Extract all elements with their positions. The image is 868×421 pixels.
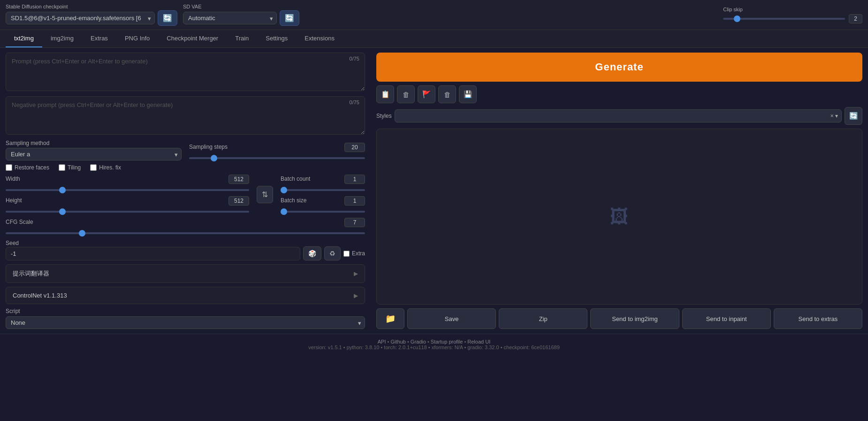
vae-group: SD VAE Automatic 🔄: [183, 4, 299, 26]
clip-skip-slider[interactable]: [723, 18, 845, 20]
vae-label: SD VAE: [183, 4, 299, 9]
styles-label: Styles: [376, 113, 392, 119]
controlnet-collapsible[interactable]: ControlNet v1.1.313 ▶: [6, 287, 365, 304]
top-bar: Stable Diffusion checkpoint SD1.5@6@v1-5…: [0, 0, 868, 30]
folder-icon: 📁: [385, 314, 396, 324]
swap-btn-col: ⇅: [257, 175, 273, 214]
positive-prompt-input[interactable]: [6, 53, 365, 91]
translator-label: 提示词翻译器: [13, 269, 49, 278]
seed-row: 🎲 ♻ Extra: [6, 246, 365, 260]
tab-settings[interactable]: Settings: [257, 30, 296, 47]
width-label: Width: [6, 176, 20, 182]
batch-count-slider[interactable]: [281, 189, 365, 191]
script-select[interactable]: None: [6, 316, 365, 329]
tab-pnginfo[interactable]: PNG Info: [116, 30, 158, 47]
batch-size-slider[interactable]: [281, 211, 365, 213]
send-to-extras-btn[interactable]: Send to extras: [774, 308, 862, 329]
clip-skip-value: 2: [849, 14, 862, 23]
checkpoint-refresh-btn[interactable]: 🔄: [158, 10, 177, 26]
styles-select[interactable]: [395, 109, 842, 122]
tab-extras[interactable]: Extras: [82, 30, 116, 47]
sampling-method-select[interactable]: Euler a: [6, 148, 182, 161]
image-area: 🖼: [376, 129, 862, 305]
height-value: 512: [228, 196, 249, 206]
save-style-btn[interactable]: 💾: [459, 85, 477, 103]
save-btn[interactable]: Save: [407, 308, 496, 329]
vae-refresh-btn[interactable]: 🔄: [280, 10, 299, 26]
vae-select-wrapper: Automatic: [183, 12, 277, 24]
clip-skip-section: Clip skip 2: [723, 7, 862, 23]
wh-sliders: Width 512 Height 512: [6, 175, 249, 214]
send-to-inpaint-btn[interactable]: Send to inpaint: [682, 308, 771, 329]
vae-select[interactable]: Automatic: [183, 12, 277, 24]
batch-count-group: Batch count 1: [281, 175, 365, 192]
batch-section: Batch count 1 Batch size 1: [281, 175, 365, 214]
zip-btn[interactable]: Zip: [499, 308, 587, 329]
styles-refresh-btn[interactable]: 🔄: [845, 107, 862, 125]
tab-train[interactable]: Train: [227, 30, 257, 47]
width-slider[interactable]: [6, 189, 249, 191]
batch-count-label: Batch count: [281, 176, 310, 182]
script-select-wrapper: None: [6, 316, 365, 329]
cfg-label: CFG Scale: [6, 219, 33, 225]
negative-prompt-counter: 0/75: [348, 99, 361, 106]
checkpoint-group: Stable Diffusion checkpoint SD1.5@6@v1-5…: [6, 4, 177, 26]
footer-version-info: version: v1.5.1 • python: 3.8.10 • torch…: [5, 344, 863, 350]
translator-collapsible[interactable]: 提示词翻译器 ▶: [6, 264, 365, 283]
clip-skip-row: 2: [723, 14, 862, 23]
footer: API • Github • Gradio • Startup profile …: [0, 334, 868, 355]
seed-recycle-btn[interactable]: ♻: [324, 246, 341, 260]
sampling-row: Sampling method Euler a Sampling steps 2…: [6, 140, 365, 161]
generate-button[interactable]: Generate: [376, 53, 862, 82]
footer-gradio-link[interactable]: Gradio: [411, 339, 426, 344]
checkpoint-select[interactable]: SD1.5@6@v1-5-pruned-emaonly.safetensors …: [6, 12, 155, 24]
paste-btn[interactable]: 📋: [376, 85, 394, 103]
seed-dice-btn[interactable]: 🎲: [303, 246, 321, 260]
action-buttons-row: 📁 Save Zip Send to img2img Send to inpai…: [376, 308, 862, 329]
checkpoint-label: Stable Diffusion checkpoint: [6, 4, 177, 9]
tab-txt2img[interactable]: txt2img: [6, 30, 42, 47]
cfg-slider[interactable]: [6, 232, 365, 234]
negative-prompt-input[interactable]: [6, 96, 365, 135]
cfg-group: CFG Scale 7: [6, 218, 365, 236]
tab-extensions[interactable]: Extensions: [296, 30, 343, 47]
sampling-method-select-wrapper: Euler a: [6, 148, 182, 161]
checkpoint-select-wrapper: SD1.5@6@v1-5-pruned-emaonly.safetensors …: [6, 12, 155, 24]
restore-faces-checkbox[interactable]: Restore faces: [6, 164, 49, 171]
batch-count-value: 1: [344, 175, 365, 184]
left-panel: 0/75 0/75 Sampling method Euler a Sampli…: [0, 48, 371, 334]
hires-fix-checkbox[interactable]: Hires. fix: [90, 164, 121, 171]
footer-links: API • Github • Gradio • Startup profile …: [5, 339, 863, 344]
footer-startup-link[interactable]: Startup profile: [431, 339, 463, 344]
positive-prompt-wrapper: 0/75: [6, 53, 365, 92]
image-placeholder-icon: 🖼: [610, 206, 629, 227]
wh-batch-row: Width 512 Height 512 ⇅: [6, 175, 365, 214]
tab-img2img[interactable]: img2img: [42, 30, 82, 47]
sampling-steps-slider[interactable]: [189, 157, 365, 159]
sampling-steps-group: Sampling steps 20: [189, 143, 365, 161]
footer-reload-link[interactable]: Reload UI: [467, 339, 490, 344]
seed-label: Seed: [6, 240, 19, 246]
height-slider[interactable]: [6, 211, 249, 213]
footer-api-link[interactable]: API: [378, 339, 386, 344]
bin-btn[interactable]: 🗑: [438, 85, 456, 103]
seed-input[interactable]: [6, 247, 300, 260]
sampling-steps-label: Sampling steps: [189, 144, 228, 150]
extra-checkbox[interactable]: Extra: [343, 250, 365, 257]
send-to-img2img-btn[interactable]: Send to img2img: [590, 308, 679, 329]
checkboxes-row: Restore faces Tiling Hires. fix: [6, 164, 365, 171]
batch-size-value: 1: [344, 196, 365, 206]
height-label: Height: [6, 197, 22, 204]
swap-dimensions-btn[interactable]: ⇅: [257, 186, 273, 203]
script-section: Script None: [6, 308, 365, 329]
tab-checkpoint-merger[interactable]: Checkpoint Merger: [158, 30, 227, 47]
tiling-checkbox[interactable]: Tiling: [59, 164, 81, 171]
flag-btn[interactable]: 🚩: [418, 85, 435, 103]
styles-row: Styles 🔄: [376, 107, 862, 125]
nav-tabs: txt2img img2img Extras PNG Info Checkpoi…: [0, 30, 868, 48]
styles-select-wrapper: [395, 109, 842, 122]
footer-github-link[interactable]: Github: [390, 339, 405, 344]
trash-btn[interactable]: 🗑: [397, 85, 415, 103]
width-value: 512: [228, 175, 249, 184]
open-folder-btn[interactable]: 📁: [376, 308, 404, 329]
